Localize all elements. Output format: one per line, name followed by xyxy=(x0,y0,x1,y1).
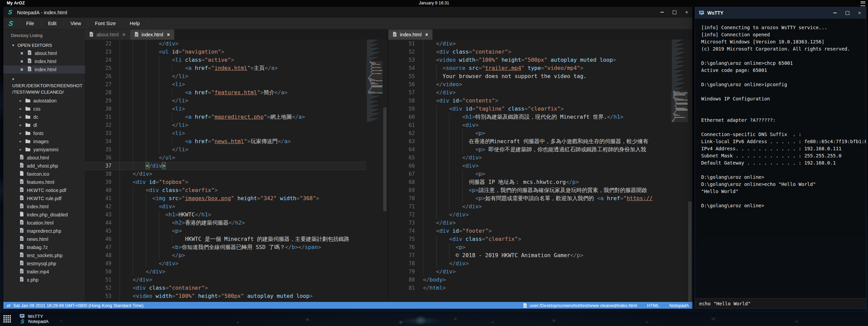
file-item[interactable]: mapredirect.php xyxy=(3,227,85,235)
code-area-left[interactable]: 22</div>23<ul id="navigation">24<li clas… xyxy=(85,40,366,302)
code-line[interactable]: 79</div> xyxy=(388,268,671,276)
code-line[interactable]: 51</div> xyxy=(388,40,671,48)
minimap-slider[interactable] xyxy=(366,61,383,94)
code-line[interactable]: 52<div class="container"> xyxy=(85,284,366,292)
folder-item[interactable]: ▸css xyxy=(3,105,85,113)
code-line[interactable]: 42<div> xyxy=(85,203,366,211)
code-line[interactable]: 43<h1>HKWTC</h1> xyxy=(85,211,366,219)
code-line[interactable]: 32</li> xyxy=(85,121,366,129)
file-item[interactable]: x.php xyxy=(3,276,85,284)
code-line[interactable]: 30<li> xyxy=(85,105,366,113)
code-line[interactable]: 48</p> xyxy=(85,251,366,260)
code-line[interactable]: 69<p>請注意，我們的伺服器為確保玩家及遊玩時的質素，我們對的服器開啟 xyxy=(388,186,671,194)
open-editor-item[interactable]: ×index.html xyxy=(3,57,85,65)
folder-item[interactable]: ▸yamiyamimi xyxy=(3,146,85,154)
code-line[interactable]: 62<p> xyxy=(388,129,671,137)
minimap-slider[interactable] xyxy=(671,91,688,122)
file-item[interactable]: HKWTC notice.pdf xyxy=(3,186,85,194)
terminal-output[interactable]: [info] Conencting to arozos WsTTY servic… xyxy=(695,19,866,298)
taskbar-item-notepada[interactable]: SNotepadA xyxy=(20,319,49,324)
code-line[interactable]: 81</html> xyxy=(388,284,671,292)
file-item[interactable]: testmysql.php xyxy=(3,260,85,268)
code-line[interactable]: 72</div> xyxy=(388,211,671,219)
menu-help[interactable]: Help xyxy=(123,21,147,26)
code-line[interactable]: 37</div> xyxy=(85,162,366,170)
close-file-icon[interactable]: × xyxy=(20,57,24,65)
open-editors-section[interactable]: ▾ OPEN EDITORS xyxy=(3,41,85,49)
terminal-command-input[interactable] xyxy=(695,298,866,308)
folder-item[interactable]: ▸dl xyxy=(3,121,85,129)
code-line[interactable]: 35</li> xyxy=(85,146,366,154)
scrollbar-thumb[interactable] xyxy=(383,108,387,211)
code-line[interactable]: 56</video> xyxy=(388,80,671,89)
folder-item[interactable]: ▸dc xyxy=(3,113,85,121)
notepad-titlebar[interactable]: S NotepadA - index.html × xyxy=(3,7,692,18)
file-item[interactable]: HKWTC rule.pdf xyxy=(3,194,85,203)
code-line[interactable]: 54<source src="trailer.mp4" type="video/… xyxy=(388,64,671,72)
app-launcher-grid-icon[interactable] xyxy=(3,315,11,323)
scrollbar-thumb[interactable] xyxy=(688,202,692,302)
code-line[interactable]: 22</div> xyxy=(85,40,366,48)
code-line[interactable]: 50</div> xyxy=(85,268,366,276)
code-line[interactable]: 53<video width="100%" height="500px" aut… xyxy=(85,292,366,300)
close-icon[interactable]: × xyxy=(857,11,862,15)
menu-edit[interactable]: Edit xyxy=(41,21,63,26)
code-line[interactable]: 60<h1>特別為建築及鐵路而設，現代化的 Minecraft 世界.</h1> xyxy=(388,113,671,121)
code-line[interactable]: 65</div> xyxy=(388,154,671,162)
code-line[interactable]: 46HKWTC 是一個 Minecraft 的建築伺服器，主要建築計劃包括鐵路 xyxy=(85,235,366,243)
file-item[interactable]: news.html xyxy=(3,235,85,243)
code-line[interactable]: 80</body> xyxy=(388,276,671,284)
tab-close-icon[interactable]: × xyxy=(122,32,125,37)
minimap-left[interactable] xyxy=(366,40,383,302)
code-line[interactable]: 28<a href="features.html">簡介</a> xyxy=(85,89,366,97)
taskbar-item-wstty[interactable]: WsTTY xyxy=(20,314,49,319)
code-line[interactable]: 63在香港的Minecraft 伺服器中，多為小遊戲和純生存的伺服器，較少擁有 xyxy=(388,137,671,146)
tab-close-icon[interactable]: × xyxy=(425,32,428,37)
file-item[interactable]: features.html xyxy=(3,178,85,186)
code-line[interactable]: 77© 2018 - 2019 HKWTC Animation Gamer</p… xyxy=(388,251,671,260)
code-line[interactable]: 34<a href="news.html">玩家傳送門</a> xyxy=(85,137,366,146)
scrollbar-right[interactable] xyxy=(688,40,692,302)
file-item[interactable]: add_vhost.php xyxy=(3,162,85,170)
scrollbar-left[interactable] xyxy=(383,40,387,302)
close-file-icon[interactable]: × xyxy=(20,49,24,57)
file-item[interactable]: favicon.ico xyxy=(3,170,85,178)
menu-font-size[interactable]: Font Size xyxy=(88,21,123,26)
code-line[interactable]: 75<div class="clearfix"> xyxy=(388,235,671,243)
code-line[interactable]: 55Your browser does not support the vide… xyxy=(388,72,671,80)
file-item[interactable]: about.html xyxy=(3,154,85,162)
code-line[interactable]: 53<video width="100%" height="500px" aut… xyxy=(388,56,671,64)
file-item[interactable]: index.php_disabled xyxy=(3,211,85,219)
code-line[interactable]: 71</div> xyxy=(388,203,671,211)
code-line[interactable]: 76<p> xyxy=(388,243,671,251)
maximize-icon[interactable] xyxy=(845,11,850,15)
hamburger-menu-icon[interactable] xyxy=(861,1,865,6)
code-line[interactable]: 64<p> 即使你不是建築師，你也能透過紅石師或鐵路工程師的身份加入我 xyxy=(388,146,671,154)
code-line[interactable]: 25<a href="index.html">主頁</a> xyxy=(85,64,366,72)
code-line[interactable]: 52<div class="container"> xyxy=(388,48,671,56)
code-line[interactable]: 78</div> xyxy=(388,260,671,268)
code-line[interactable]: 73</div> xyxy=(388,219,671,227)
minimap-right[interactable] xyxy=(671,40,688,302)
notepada-menu-logo-icon[interactable]: S xyxy=(7,20,15,27)
open-editor-item[interactable]: ×index.html xyxy=(3,65,85,74)
code-line[interactable]: 59<div id="tagline" class="clearfix"> xyxy=(388,105,671,113)
sync-icon[interactable]: ⇄ xyxy=(7,303,11,308)
tab-close-icon[interactable]: × xyxy=(167,32,170,37)
code-line[interactable]: 24<li class="active"> xyxy=(85,56,366,64)
code-line[interactable]: 36</ul> xyxy=(85,154,366,162)
folder-item[interactable]: ▸fonts xyxy=(3,129,85,137)
file-item[interactable]: trailer.mp4 xyxy=(3,268,85,276)
code-area-right[interactable]: 51</div>52<div class="container">53<vide… xyxy=(388,40,671,302)
folder-item[interactable]: ▸autostation xyxy=(3,97,85,105)
folder-item[interactable]: ▸images xyxy=(3,137,85,146)
maximize-icon[interactable] xyxy=(672,10,677,15)
close-file-icon[interactable]: × xyxy=(20,65,24,74)
file-item[interactable]: index.html xyxy=(3,203,85,211)
workspace-section[interactable]: ▾ USER:/DESKTOP/SCREENSHOT /TEST/WWW CLE… xyxy=(3,74,85,97)
code-line[interactable]: 40<div class="clearfix"> xyxy=(85,186,366,194)
code-line[interactable]: 23<ul id="navigation"> xyxy=(85,48,366,56)
code-line[interactable]: 39<div id="topbox"> xyxy=(85,178,366,186)
code-line[interactable]: 61<div> xyxy=(388,121,671,129)
code-line[interactable]: 44<h2>香港的建築伺服器</h2> xyxy=(85,219,366,227)
